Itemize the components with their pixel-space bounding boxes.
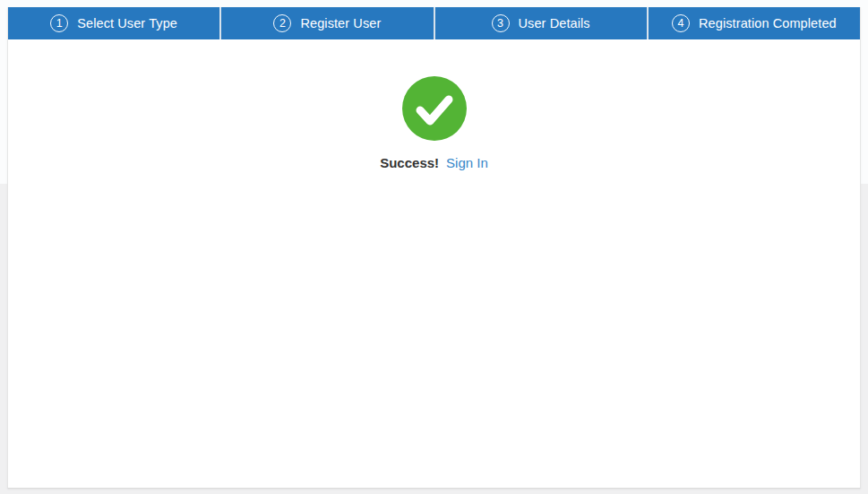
sign-in-link[interactable]: Sign In bbox=[446, 155, 488, 170]
step-2-number-badge: 2 bbox=[273, 14, 291, 32]
step-3-label: User Details bbox=[519, 16, 590, 30]
step-register-user[interactable]: 2 Register User bbox=[221, 7, 433, 39]
success-text: Success! bbox=[380, 155, 439, 170]
wizard-content-area: Success! Sign In bbox=[8, 39, 860, 170]
step-user-details[interactable]: 3 User Details bbox=[435, 7, 647, 39]
step-4-label: Registration Completed bbox=[699, 16, 837, 30]
step-2-label: Register User bbox=[300, 16, 381, 30]
result-message-row: Success! Sign In bbox=[380, 155, 488, 170]
registration-wizard-panel: 1 Select User Type 2 Register User 3 Use… bbox=[7, 7, 861, 489]
step-4-number-badge: 4 bbox=[672, 14, 690, 32]
step-3-number-badge: 3 bbox=[492, 14, 510, 32]
step-1-label: Select User Type bbox=[77, 16, 177, 30]
step-1-number-badge: 1 bbox=[50, 14, 68, 32]
success-checkmark-icon bbox=[402, 76, 467, 141]
step-registration-completed[interactable]: 4 Registration Completed bbox=[649, 7, 860, 39]
wizard-steps-header: 1 Select User Type 2 Register User 3 Use… bbox=[8, 7, 860, 39]
step-select-user-type[interactable]: 1 Select User Type bbox=[8, 7, 219, 39]
